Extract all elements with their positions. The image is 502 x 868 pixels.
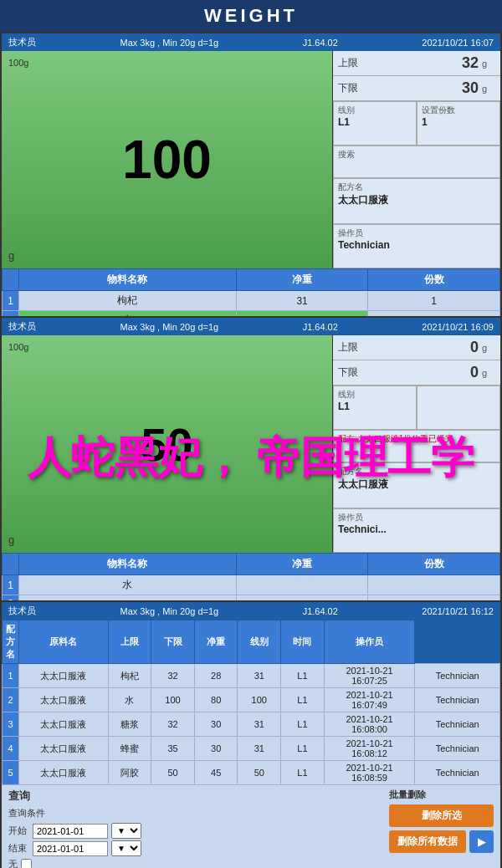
cell-weight <box>236 575 368 595</box>
log-cell-line: L1 <box>281 737 325 761</box>
query-end-input[interactable] <box>33 841 108 856</box>
panel2-empty-cell <box>417 385 500 430</box>
row-number: 1 <box>3 291 19 311</box>
panel2-lower-limit: 下限 0 g <box>333 360 500 385</box>
panel1-main-area: 100g 100 g 上限 32 g 下限 30 g 线别 L1 <box>2 51 500 268</box>
query-none-checkbox[interactable] <box>21 859 32 868</box>
log-cell-weight: 100 <box>238 688 281 712</box>
panel2-user: 技术员 <box>8 320 36 333</box>
log-col-2: 上限 <box>108 620 151 664</box>
panel3-version: J1.64.02 <box>303 606 338 616</box>
query-title-row: 查询 <box>8 789 382 804</box>
panel1-datetime: 2021/10/21 16:07 <box>422 38 494 48</box>
log-cell-upper: 32 <box>151 664 195 688</box>
panel2-operator-cell: 操作员 Technici... <box>333 508 500 553</box>
panel3-query-section: 查询 查询条件 开始 ▼ 结束 ▼ 无 <box>2 785 500 868</box>
log-col-4: 净重 <box>194 620 238 664</box>
panel-weighing-2: 人蛇黑妃， 帝国理工学 技术员 Max 3kg , Min 20g d=1g J… <box>0 316 502 600</box>
cell-weight: 31 <box>236 291 368 311</box>
table-row: 1水 <box>3 575 500 595</box>
panel1-col-name: 物料名称 <box>19 269 237 291</box>
panel1-search-cell[interactable]: 搜索 <box>333 146 500 178</box>
panel1-scale-value: 100 <box>122 133 212 186</box>
panel2-upper-limit: 上限 0 g <box>333 335 500 360</box>
panel2-version: J1.64.02 <box>303 322 338 332</box>
panel3-user: 技术员 <box>8 605 36 617</box>
log-cell-recipe: 太太口服液 <box>19 712 109 737</box>
app-title: WEIGHT <box>0 0 502 32</box>
batch-bottom-row: 删除所有数据 ▶ <box>389 830 494 853</box>
query-label: 查询 <box>8 789 30 804</box>
log-cell-operator: Technician <box>415 712 500 737</box>
log-cell-time: 2021-10-21 16:08:59 <box>324 761 415 785</box>
log-cell-lower: 80 <box>194 688 238 712</box>
log-col-0: 配方名 <box>3 620 19 664</box>
log-cell-upper: 32 <box>151 712 195 737</box>
panel1-line-cell: 线别 L1 <box>333 101 417 146</box>
log-cell-line: L1 <box>281 761 325 785</box>
query-start-input[interactable] <box>33 824 108 839</box>
panel1-scale-unit2: 100g <box>8 58 28 68</box>
log-cell-operator: Technician <box>415 761 500 785</box>
panel2-datetime: 2021/10/21 16:09 <box>422 322 494 332</box>
query-end-dropdown[interactable]: ▼ <box>111 840 141 856</box>
panel2-header: 技术员 Max 3kg , Min 20g d=1g J1.64.02 2021… <box>2 318 500 335</box>
query-none-label: 无 <box>8 858 18 868</box>
panel1-col-portions: 份数 <box>368 269 500 291</box>
log-row: 4太太口服液蜂蜜353031L12021-10-21 16:08:12Techn… <box>3 737 500 761</box>
panel1-info-grid: 线别 L1 设置份数 1 搜索 配方名 太太口服液 操作员 Technician <box>333 101 500 268</box>
query-start-dropdown[interactable]: ▼ <box>111 823 141 839</box>
panel3-query-left: 查询 查询条件 开始 ▼ 结束 ▼ 无 <box>8 789 382 868</box>
panel2-notification-cell: 配方:太太口服液1份称重已经完 <box>333 430 500 462</box>
panel2-scale-unit: g <box>8 534 14 546</box>
cell-portions <box>368 575 500 595</box>
log-col-3: 下限 <box>151 620 195 664</box>
panel1-right-panel: 上限 32 g 下限 30 g 线别 L1 设置份数 1 <box>333 51 500 268</box>
batch-next-button[interactable]: ▶ <box>469 830 494 853</box>
panel1-col-num <box>3 269 19 291</box>
panel2-scale-unit2: 100g <box>8 342 28 352</box>
log-row: 5太太口服液阿胶504550L12021-10-21 16:08:59Techn… <box>3 761 500 785</box>
log-cell-time: 2021-10-21 16:08:12 <box>324 737 415 761</box>
log-cell-time: 2021-10-21 16:07:49 <box>324 688 415 712</box>
delete-all-button[interactable]: 删除所有数据 <box>389 830 466 853</box>
log-row: 2太太口服液水10080100L12021-10-21 16:07:49Tech… <box>3 688 500 712</box>
delete-selected-button[interactable]: 删除所选 <box>389 804 494 827</box>
row-number: 1 <box>3 575 19 595</box>
log-cell-material: 阿胶 <box>108 761 151 785</box>
cell-portions: 1 <box>368 291 500 311</box>
log-cell-upper: 100 <box>151 688 195 712</box>
panel1-version: J1.64.02 <box>303 38 338 48</box>
panel2-line-cell: 线别 L1 <box>333 385 417 430</box>
query-end-row: 结束 ▼ <box>8 840 382 856</box>
log-cell-time: 2021-10-21 16:08:00 <box>324 712 415 737</box>
log-cell-lower: 28 <box>194 664 238 688</box>
log-cell-material: 水 <box>108 688 151 712</box>
log-col-1: 原料名 <box>19 620 109 664</box>
panel2-col-num <box>3 554 19 575</box>
panel2-info-grid: 线别 L1 配方:太太口服液1份称重已经完 配方名 太太口服液 操作员 Tech… <box>333 385 500 553</box>
log-cell-time: 2021-10-21 16:07:25 <box>324 664 415 688</box>
log-row: 1太太口服液枸杞322831L12021-10-21 16:07:25Techn… <box>3 664 500 688</box>
panel1-portions-cell: 设置份数 1 <box>417 101 500 146</box>
panel3-log-table: 配方名原料名上限下限净重线别时间操作员 1太太口服液枸杞322831L12021… <box>2 620 500 785</box>
log-col-5: 线别 <box>238 620 281 664</box>
log-cell-operator: Technician <box>415 737 500 761</box>
log-cell-operator: Technician <box>415 688 500 712</box>
table-row: 1枸杞311 <box>3 291 500 311</box>
log-cell-lower: 30 <box>194 737 238 761</box>
panel3-header: 技术员 Max 3kg , Min 20g d=1g J1.64.02 2021… <box>2 602 500 620</box>
log-row-num: 4 <box>3 737 19 761</box>
panel1-scale-unit: g <box>8 249 14 262</box>
log-col-6: 时间 <box>281 620 325 664</box>
panel1-specs: Max 3kg , Min 20g d=1g <box>120 38 218 48</box>
log-cell-material: 枸杞 <box>108 664 151 688</box>
log-cell-line: L1 <box>281 664 325 688</box>
log-cell-upper: 50 <box>151 761 195 785</box>
log-cell-weight: 31 <box>238 664 281 688</box>
log-cell-recipe: 太太口服液 <box>19 761 109 785</box>
log-row-num: 1 <box>3 664 19 688</box>
log-cell-weight: 31 <box>238 712 281 737</box>
query-condition-label: 查询条件 <box>8 807 45 819</box>
panel1-header: 技术员 Max 3kg , Min 20g d=1g J1.64.02 2021… <box>2 33 500 51</box>
